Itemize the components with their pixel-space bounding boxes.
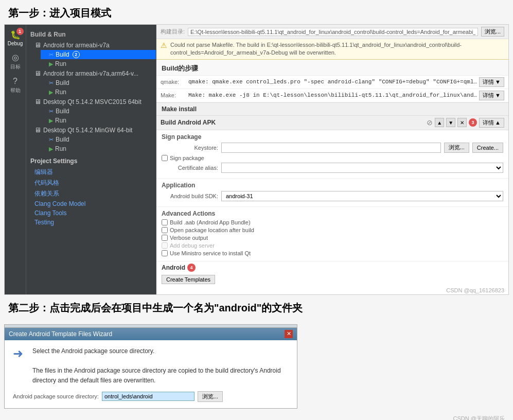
arrow-icon: ➜ bbox=[13, 346, 23, 361]
dialog-browse-btn[interactable]: 浏览... bbox=[198, 391, 223, 402]
settings-testing[interactable]: Testing bbox=[26, 218, 156, 227]
device-icon-2: 🖥 bbox=[34, 69, 41, 77]
apk-badge: 3 bbox=[469, 118, 477, 127]
help-icon: ? bbox=[13, 77, 17, 86]
dialog-close-btn[interactable]: ✕ bbox=[285, 330, 293, 338]
step1-detail-btn[interactable]: 详情 ▼ bbox=[479, 77, 504, 87]
apk-detail-btn[interactable]: 详情 ▲ bbox=[479, 118, 504, 128]
settings-code-style[interactable]: 代码风格 bbox=[26, 178, 156, 188]
run-label-3: Run bbox=[55, 117, 66, 124]
device-item-1[interactable]: 🖥 Android for armeabi-v7a bbox=[26, 40, 156, 50]
run-item-4[interactable]: ▶ Run bbox=[41, 144, 156, 153]
target-icon-item[interactable]: ◎ 目标 bbox=[6, 50, 25, 73]
run-item-3[interactable]: ▶ Run bbox=[41, 116, 156, 125]
create-templates-btn[interactable]: Create Templates bbox=[162, 275, 215, 284]
step2-cmd: Make: make.exe -j8 in E:\qt-lesson\lesso… bbox=[188, 92, 477, 98]
csdn-watermark-2: CSDN @无聊的阿乐 bbox=[4, 414, 509, 420]
sign-pkg-label: Sign package bbox=[170, 155, 204, 161]
cancel-circle-icon: ⊘ bbox=[427, 118, 433, 127]
build-item-3[interactable]: ✂ Build bbox=[41, 107, 156, 116]
tree-panel: Build & Run 🖥 Android for armeabi-v7a ✂ … bbox=[26, 25, 156, 294]
keystore-label: Keystore: bbox=[162, 145, 218, 151]
step2-area: Create Android Template Files Wizard ✕ ➜… bbox=[4, 324, 509, 420]
run-item-1[interactable]: ▶ Run bbox=[41, 59, 156, 68]
keystore-input[interactable] bbox=[221, 143, 441, 153]
checkbox-label-3: Verbose output bbox=[170, 235, 208, 241]
run-item-2[interactable]: ▶ Run bbox=[41, 87, 156, 97]
settings-clang-model[interactable]: Clang Code Model bbox=[26, 199, 156, 208]
device-name-4: Desktop Qt 5.14.2 MinGW 64-bit bbox=[43, 127, 132, 134]
checkbox-1[interactable] bbox=[162, 219, 168, 225]
device-1-children: ✂ Build 2 ▶ Run bbox=[26, 50, 156, 68]
step1-label: qmake: bbox=[161, 79, 186, 85]
sign-pkg-checkbox[interactable] bbox=[162, 155, 168, 161]
checkbox-label-1: Build .aab (Android App Bundle) bbox=[170, 219, 251, 225]
keystore-row: Keystore: 浏览... Create... bbox=[162, 143, 503, 153]
apk-down-btn[interactable]: ▼ bbox=[446, 118, 455, 127]
build-item-2[interactable]: ✂ Build bbox=[41, 78, 156, 87]
advanced-section: Advanced Actions Build .aab (Android App… bbox=[156, 207, 508, 261]
apk-close-btn[interactable]: ✕ bbox=[457, 118, 467, 127]
dialog-path-input[interactable] bbox=[102, 392, 194, 401]
build-label-2: Build bbox=[56, 79, 69, 86]
build-icon-3: ✂ bbox=[49, 108, 54, 115]
error-area: ⚠ Could not parse Makefile. The build in… bbox=[156, 39, 508, 60]
debug-icon-item[interactable]: 🐛 1 Debug bbox=[6, 28, 25, 48]
settings-clang-tools[interactable]: Clang Tools bbox=[26, 208, 156, 218]
settings-editor[interactable]: 编辑器 bbox=[26, 167, 156, 178]
step2-label: Make: bbox=[161, 92, 186, 98]
path-input[interactable] bbox=[188, 28, 478, 36]
step1-heading: 第一步：进入项目模式 bbox=[0, 0, 513, 24]
device-name-3: Desktop Qt 5.14.2 MSVC2015 64bit bbox=[43, 98, 141, 106]
dialog-footer: Android package source directory: 浏览... bbox=[13, 391, 289, 402]
application-section: Application Android build SDK: android-3… bbox=[156, 179, 508, 207]
device-name-1: Android for armeabi-v7a bbox=[43, 42, 110, 49]
android-section: Android 4 Create Templates bbox=[156, 261, 508, 286]
dialog-body: ➜ Select the Android package source dire… bbox=[5, 340, 297, 408]
checkbox-label-4: Add debug server bbox=[170, 242, 215, 249]
device-2-children: ✂ Build ▶ Run bbox=[26, 78, 156, 97]
chevron-down-icon-1: ▼ bbox=[495, 79, 501, 85]
build-item-4[interactable]: ✂ Build bbox=[41, 135, 156, 144]
device-item-3[interactable]: 🖥 Desktop Qt 5.14.2 MSVC2015 64bit bbox=[26, 97, 156, 107]
device-item-4[interactable]: 🖥 Desktop Qt 5.14.2 MinGW 64-bit bbox=[26, 125, 156, 135]
build-icon-4: ✂ bbox=[49, 136, 54, 143]
apk-controls: ⊘ ▲ ▼ ✕ 3 详情 ▲ bbox=[427, 118, 504, 128]
checkbox-5[interactable] bbox=[162, 250, 168, 256]
step2-heading: 第二步：点击完成后会在项目中生成一个名为"android"的文件夹 bbox=[0, 295, 513, 319]
keystore-browse-btn[interactable]: 浏览... bbox=[444, 143, 469, 153]
sign-package-title: Sign package bbox=[162, 133, 503, 141]
path-label: 构建目录: bbox=[161, 28, 185, 36]
build-item-1[interactable]: ✂ Build 2 bbox=[41, 50, 156, 59]
build-steps-title: Build的步骤 bbox=[156, 60, 508, 76]
step1-cmd: qmake: qmake.exe control_leds.pro "-spec… bbox=[188, 79, 477, 85]
build-label-3: Build bbox=[56, 108, 69, 115]
icon-bar: 🐛 1 Debug ◎ 目标 ? 帮助 bbox=[5, 25, 26, 294]
android-sdk-select[interactable]: android-31 bbox=[221, 191, 503, 201]
path-bar: 构建目录: 浏览... bbox=[156, 25, 508, 39]
apk-up-btn[interactable]: ▲ bbox=[435, 118, 444, 127]
checkbox-2[interactable] bbox=[162, 227, 168, 233]
error-text: Could not parse Makefile. The build in E… bbox=[170, 41, 504, 57]
settings-dependencies[interactable]: 依赖关系 bbox=[26, 188, 156, 199]
dialog-content-row: ➜ Select the Android package source dire… bbox=[13, 346, 289, 386]
cert-alias-row: Certificate alias: bbox=[162, 163, 503, 173]
debug-icon: 🐛 1 bbox=[10, 30, 21, 40]
chevron-up-icon: ▲ bbox=[495, 119, 501, 126]
step2-detail-btn[interactable]: 详情 ▼ bbox=[479, 91, 504, 100]
project-settings-title: Project Settings bbox=[26, 153, 156, 167]
help-label: 帮助 bbox=[10, 87, 21, 94]
run-label-1: Run bbox=[55, 60, 66, 67]
checkbox-row-4: Add debug server bbox=[162, 242, 503, 249]
path-browse-btn[interactable]: 浏览... bbox=[481, 27, 504, 37]
android-header: Android 4 bbox=[162, 264, 503, 272]
sign-package-section: Sign package Keystore: 浏览... Create... S… bbox=[156, 130, 508, 179]
keystore-create-btn[interactable]: Create... bbox=[472, 143, 503, 153]
target-icon: ◎ bbox=[12, 52, 19, 62]
checkbox-3[interactable] bbox=[162, 235, 168, 241]
device-item-2[interactable]: 🖥 Android for armeabi-v7a,arm64-v... bbox=[26, 68, 156, 78]
dialog-titlebar: Create Android Template Files Wizard ✕ bbox=[5, 328, 297, 340]
run-icon-4: ▶ bbox=[49, 146, 53, 152]
cert-alias-select[interactable] bbox=[221, 163, 503, 173]
help-icon-item[interactable]: ? 帮助 bbox=[6, 75, 25, 96]
